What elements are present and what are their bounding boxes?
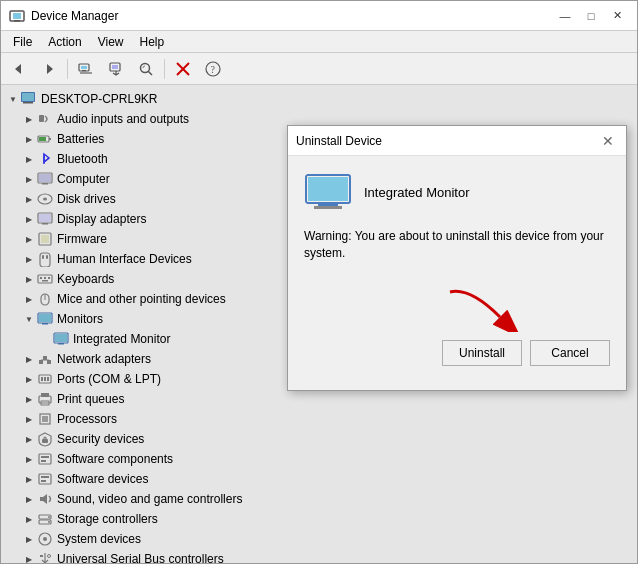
svg-rect-86 xyxy=(318,203,338,206)
dialog-body: Integrated Monitor Warning: You are abou… xyxy=(288,156,626,390)
title-bar-left: Device Manager xyxy=(9,8,118,24)
menu-view[interactable]: View xyxy=(90,33,132,51)
dialog-title: Uninstall Device xyxy=(296,134,382,148)
dialog-device-name: Integrated Monitor xyxy=(364,185,470,200)
maximize-button[interactable]: □ xyxy=(579,6,603,26)
dialog-warning-text: Warning: You are about to uninstall this… xyxy=(304,228,610,262)
svg-rect-6 xyxy=(81,66,87,69)
svg-rect-2 xyxy=(14,20,20,22)
dialog-buttons: Uninstall Cancel xyxy=(304,336,610,374)
toolbar-update-driver[interactable] xyxy=(102,56,130,82)
svg-rect-1 xyxy=(13,13,21,19)
menu-file[interactable]: File xyxy=(5,33,40,51)
uninstall-dialog: Uninstall Device ✕ xyxy=(287,125,627,391)
menu-bar: File Action View Help xyxy=(1,31,637,53)
svg-text:?: ? xyxy=(211,64,216,75)
svg-rect-85 xyxy=(308,177,348,201)
toolbar-sep-2 xyxy=(164,59,165,79)
content-area: DESKTOP-CPRL9KR Audio inputs and outputs… xyxy=(1,85,637,563)
svg-line-12 xyxy=(148,71,152,75)
menu-action[interactable]: Action xyxy=(40,33,89,51)
svg-rect-7 xyxy=(82,70,86,71)
toolbar-properties[interactable] xyxy=(72,56,100,82)
menu-help[interactable]: Help xyxy=(132,33,173,51)
main-window: Device Manager — □ ✕ File Action View He… xyxy=(0,0,638,564)
dialog-titlebar: Uninstall Device ✕ xyxy=(288,126,626,156)
dialog-monitor-icon xyxy=(304,172,352,212)
cancel-button[interactable]: Cancel xyxy=(530,340,610,366)
toolbar-scan[interactable] xyxy=(132,56,160,82)
dialog-backdrop: Uninstall Device ✕ xyxy=(1,85,637,563)
red-arrow-icon xyxy=(440,282,530,335)
title-controls: — □ ✕ xyxy=(553,6,629,26)
window-title: Device Manager xyxy=(31,9,118,23)
title-bar: Device Manager — □ ✕ xyxy=(1,1,637,31)
svg-rect-87 xyxy=(314,206,342,209)
svg-rect-10 xyxy=(112,65,118,69)
dialog-device-row: Integrated Monitor xyxy=(304,172,610,212)
svg-marker-3 xyxy=(15,64,21,74)
toolbar-forward[interactable] xyxy=(35,56,63,82)
toolbar-help[interactable]: ? xyxy=(199,56,227,82)
toolbar-sep-1 xyxy=(67,59,68,79)
svg-point-11 xyxy=(141,63,150,72)
toolbar-back[interactable] xyxy=(5,56,33,82)
uninstall-button[interactable]: Uninstall xyxy=(442,340,522,366)
svg-marker-4 xyxy=(47,64,53,74)
toolbar: ? xyxy=(1,53,637,85)
dialog-close-button[interactable]: ✕ xyxy=(598,131,618,151)
toolbar-delete[interactable] xyxy=(169,56,197,82)
minimize-button[interactable]: — xyxy=(553,6,577,26)
dialog-arrow-area xyxy=(304,282,610,332)
svg-rect-8 xyxy=(80,72,92,74)
close-button[interactable]: ✕ xyxy=(605,6,629,26)
app-icon xyxy=(9,8,25,24)
